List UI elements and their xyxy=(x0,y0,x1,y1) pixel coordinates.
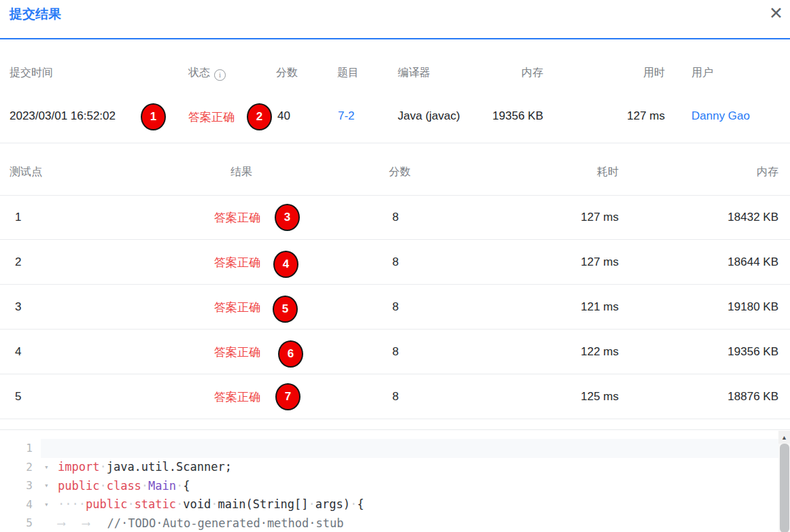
col-header-result: 结果 xyxy=(230,165,252,179)
code-token: Main xyxy=(148,479,176,493)
whitespace-dot: · xyxy=(350,497,357,511)
user-link[interactable]: Danny Gao xyxy=(691,109,750,123)
code-token: static xyxy=(135,497,176,511)
time-cell: 121 ms xyxy=(581,300,619,314)
result-cell: 答案正确 xyxy=(214,344,260,359)
col-header-duration: 用时 xyxy=(643,66,665,80)
test-row: 1 答案正确 8 127 ms 18432 KB xyxy=(0,195,790,240)
col-header-problem: 题目 xyxy=(337,66,359,80)
memory-cell: 18432 KB xyxy=(727,211,778,224)
code-token: { xyxy=(357,497,364,511)
memory-cell: 18876 KB xyxy=(727,390,778,404)
code-token: args) xyxy=(315,497,350,511)
code-text: ····public·static·void·main(String[]·arg… xyxy=(58,497,364,511)
time-cell: 125 ms xyxy=(581,390,619,404)
line-number: 3 xyxy=(0,479,33,492)
code-comment: //·TODO·Auto-generated·method·stub xyxy=(107,516,343,530)
code-line: 5 ⟶⟶//·TODO·Auto-generated·method·stub xyxy=(0,514,778,532)
memory-value: 19356 KB xyxy=(492,109,543,123)
col-header-test-time: 耗时 xyxy=(597,165,619,179)
col-header-test-score: 分数 xyxy=(389,165,411,179)
testpoint-cell: 3 xyxy=(15,300,21,314)
scrollbar-thumb[interactable] xyxy=(780,444,789,532)
tab-arrow: ⟶⟶ xyxy=(58,516,107,530)
result-cell: 答案正确 xyxy=(214,254,260,270)
code-token: public xyxy=(58,479,99,493)
line-number: 5 xyxy=(0,516,33,529)
col-header-test-memory: 内存 xyxy=(757,165,778,179)
score-cell: 8 xyxy=(392,300,398,314)
score-cell: 8 xyxy=(392,345,398,359)
status-value: 答案正确 xyxy=(188,109,235,125)
code-text: import·java.util.Scanner; xyxy=(58,460,232,474)
annotation-badge-3: 3 xyxy=(275,204,300,231)
title-divider xyxy=(0,38,790,39)
fold-arrow-icon[interactable]: ▾ xyxy=(33,481,58,490)
line-number: 1 xyxy=(0,442,33,455)
memory-cell: 19356 KB xyxy=(727,345,778,359)
test-row: 3 答案正确 8 121 ms 19180 KB xyxy=(0,285,790,330)
testpoint-cell: 2 xyxy=(15,255,21,269)
whitespace-dot: · xyxy=(99,479,106,493)
annotation-badge-5: 5 xyxy=(273,296,298,323)
time-cell: 127 ms xyxy=(581,255,619,269)
whitespace-dot: · xyxy=(141,479,148,493)
modal-title: 提交结果 xyxy=(10,5,61,23)
result-cell: 答案正确 xyxy=(214,209,260,225)
info-icon[interactable]: i xyxy=(214,69,226,81)
test-row: 4 答案正确 8 122 ms 19356 KB xyxy=(0,330,790,374)
test-row: 2 答案正确 8 127 ms 18644 KB xyxy=(0,240,790,285)
whitespace-dot: ···· xyxy=(58,497,86,511)
fold-arrow-icon[interactable]: ▾ xyxy=(33,500,58,509)
submit-time-value: 2023/03/01 16:52:02 xyxy=(10,109,116,123)
col-header-status: 状态i xyxy=(188,66,226,81)
memory-cell: 19180 KB xyxy=(727,300,778,314)
line-number: 2 xyxy=(0,461,33,474)
score-cell: 8 xyxy=(392,390,398,404)
annotation-badge-4: 4 xyxy=(273,251,298,278)
code-scrollbar[interactable]: ▲ xyxy=(778,431,790,532)
test-row: 5 答案正确 8 125 ms 18876 KB xyxy=(0,374,790,419)
scrollbar-up-button[interactable]: ▲ xyxy=(778,431,790,444)
score-cell: 8 xyxy=(392,255,398,269)
annotation-badge-2: 2 xyxy=(247,103,272,130)
whitespace-dot: · xyxy=(99,460,106,474)
code-token: java.util.Scanner; xyxy=(107,460,232,474)
fold-arrow-icon[interactable]: ▾ xyxy=(33,463,58,472)
score-cell: 8 xyxy=(392,211,398,224)
code-token: { xyxy=(183,479,190,493)
compiler-value: Java (javac) xyxy=(398,109,460,123)
whitespace-dot: · xyxy=(127,497,134,511)
memory-cell: 18644 KB xyxy=(727,255,778,269)
code-token: void xyxy=(183,497,211,511)
code-line: 2 ▾ import·java.util.Scanner; xyxy=(0,458,778,477)
time-cell: 127 ms xyxy=(581,211,619,224)
time-cell: 122 ms xyxy=(581,345,619,359)
close-icon[interactable]: ✕ xyxy=(769,3,783,23)
annotation-badge-1: 1 xyxy=(141,103,166,130)
whitespace-dot: · xyxy=(309,497,315,511)
code-token: class xyxy=(107,479,141,493)
result-cell: 答案正确 xyxy=(214,389,260,404)
col-header-status-label: 状态 xyxy=(188,67,210,78)
col-header-compiler: 编译器 xyxy=(398,66,430,80)
code-line: 1 xyxy=(0,439,778,458)
whitespace-dot: · xyxy=(176,479,183,493)
result-cell: 答案正确 xyxy=(214,299,260,315)
testpoint-cell: 4 xyxy=(15,345,21,359)
whitespace-dot: · xyxy=(211,497,218,511)
code-editor[interactable]: 1 2 ▾ import·java.util.Scanner; 3 ▾ publ… xyxy=(0,429,790,532)
code-token: public xyxy=(86,497,127,511)
col-header-user: 用户 xyxy=(691,66,713,80)
problem-link[interactable]: 7-2 xyxy=(338,109,355,123)
testpoint-cell: 1 xyxy=(15,211,21,224)
line-number: 4 xyxy=(0,498,33,511)
code-line: 3 ▾ public·class·Main·{ xyxy=(0,476,778,495)
duration-value: 127 ms xyxy=(627,109,665,123)
col-header-memory: 内存 xyxy=(521,66,543,80)
code-text: ⟶⟶//·TODO·Auto-generated·method·stub xyxy=(58,516,343,530)
annotation-badge-6: 6 xyxy=(278,340,303,368)
divider xyxy=(0,143,790,143)
annotation-badge-7: 7 xyxy=(275,383,300,410)
code-line: 4 ▾ ····public·static·void·main(String[]… xyxy=(0,495,778,514)
